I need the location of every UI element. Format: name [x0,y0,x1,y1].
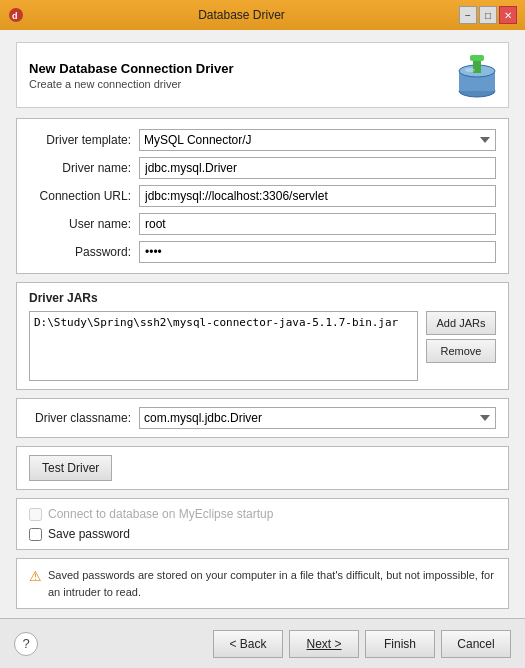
password-row: Password: [29,241,496,263]
database-icon [456,53,496,97]
connection-url-row: Connection URL: [29,185,496,207]
header-section: New Database Connection Driver Create a … [16,42,509,108]
header-text: New Database Connection Driver Create a … [29,61,233,90]
maximize-button[interactable]: □ [479,6,497,24]
footer-left: ? [14,632,38,656]
connect-on-startup-label: Connect to database on MyEclipse startup [48,507,273,521]
jars-label: Driver JARs [29,291,496,305]
page-title: New Database Connection Driver [29,61,233,76]
close-button[interactable]: ✕ [499,6,517,24]
driver-name-row: Driver name: [29,157,496,179]
jars-section: Driver JARs D:\Study\Spring\ssh2\mysql-c… [16,282,509,390]
window-title: Database Driver [24,8,459,22]
password-input[interactable] [139,241,496,263]
back-button[interactable]: < Back [213,630,283,658]
connection-url-label: Connection URL: [29,189,139,203]
password-label: Password: [29,245,139,259]
classname-label: Driver classname: [29,411,139,425]
main-content: New Database Connection Driver Create a … [0,30,525,618]
user-name-label: User name: [29,217,139,231]
classname-select[interactable]: com.mysql.jdbc.Driver [139,407,496,429]
jars-buttons: Add JARs Remove [426,311,496,381]
add-jars-button[interactable]: Add JARs [426,311,496,335]
svg-point-7 [465,68,475,72]
window-controls: − □ ✕ [459,6,517,24]
title-bar: d Database Driver − □ ✕ [0,0,525,30]
svg-rect-6 [470,55,484,61]
warning-icon: ⚠ [29,568,42,584]
warning-section: ⚠ Saved passwords are stored on your com… [16,558,509,609]
next-button[interactable]: Next > [289,630,359,658]
footer-right: < Back Next > Finish Cancel [213,630,511,658]
form-section: Driver template: MySQL Connector/J Drive… [16,118,509,274]
classname-section: Driver classname: com.mysql.jdbc.Driver [16,398,509,438]
save-password-checkbox[interactable] [29,528,42,541]
user-name-input[interactable] [139,213,496,235]
driver-name-input[interactable] [139,157,496,179]
driver-template-row: Driver template: MySQL Connector/J [29,129,496,151]
app-icon: d [8,7,24,23]
options-section: Connect to database on MyEclipse startup… [16,498,509,550]
driver-name-label: Driver name: [29,161,139,175]
save-password-row: Save password [29,527,496,541]
test-driver-button[interactable]: Test Driver [29,455,112,481]
warning-text: Saved passwords are stored on your compu… [48,567,496,600]
driver-template-label: Driver template: [29,133,139,147]
test-driver-section: Test Driver [16,446,509,490]
connect-on-startup-checkbox[interactable] [29,508,42,521]
cancel-button[interactable]: Cancel [441,630,511,658]
svg-text:d: d [12,11,18,21]
driver-template-select[interactable]: MySQL Connector/J [139,129,496,151]
jars-content: D:\Study\Spring\ssh2\mysql-connector-jav… [29,311,496,381]
save-password-label: Save password [48,527,130,541]
finish-button[interactable]: Finish [365,630,435,658]
footer: ? < Back Next > Finish Cancel [0,618,525,668]
help-button[interactable]: ? [14,632,38,656]
page-subtitle: Create a new connection driver [29,78,233,90]
remove-jar-button[interactable]: Remove [426,339,496,363]
jars-textarea[interactable]: D:\Study\Spring\ssh2\mysql-connector-jav… [29,311,418,381]
connect-on-startup-row: Connect to database on MyEclipse startup [29,507,496,521]
user-name-row: User name: [29,213,496,235]
connection-url-input[interactable] [139,185,496,207]
minimize-button[interactable]: − [459,6,477,24]
